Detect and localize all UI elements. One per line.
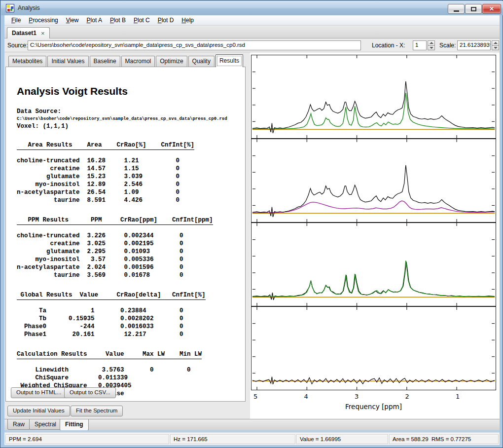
trace-residual — [252, 377, 495, 384]
output-html-button[interactable]: Output to HTML... — [11, 387, 67, 398]
location-spinner-down-icon[interactable] — [428, 46, 435, 51]
results-row: myo-inositol 3.57 0.005336 0 — [17, 256, 213, 263]
maximize-button[interactable] — [465, 4, 482, 14]
scale-spinner[interactable] — [492, 40, 499, 50]
results-section-header: Area Results Area CrRao[%] CnfInt[%] — [17, 141, 213, 150]
close-icon: ✕ — [483, 5, 501, 12]
results-row: glutamate 2.295 0.01093 0 — [17, 248, 213, 256]
results-row: taurine 3.569 0.01678 0 — [17, 271, 213, 279]
minimize-icon — [454, 10, 459, 12]
menu-help[interactable]: Help — [178, 16, 198, 25]
tab-results-label: Results — [219, 57, 239, 64]
dataset-tab-strip: Dataset1 × — [4, 26, 500, 38]
voxel-label: Voxel: (1,1,1) — [17, 122, 69, 130]
tab-spectral[interactable]: Spectral — [29, 419, 62, 430]
location-spinner-up-icon[interactable] — [428, 40, 435, 46]
status-value: Value = 1.66995 — [296, 434, 388, 444]
main-area: Metabolites Initial Values Baseline Macr… — [4, 52, 500, 419]
menu-plot-a[interactable]: Plot A — [83, 16, 106, 25]
menu-file[interactable]: File — [7, 16, 25, 25]
results-section-header: PPM Results PPM CrRao[ppm] CnfInt[ppm] — [17, 216, 213, 225]
location-x-label: Location - X: — [372, 42, 405, 49]
trace-fit — [252, 93, 495, 129]
x-tick-label: 1 — [456, 393, 460, 400]
location-x-spinner[interactable] — [428, 40, 435, 50]
results-section: PPM Results PPM CrRao[ppm] CnfInt[ppm]ch… — [17, 216, 213, 279]
status-ppm: PPM = 2.694 — [5, 434, 169, 444]
results-section: Global Results Value CrRao[delta] CnfInt… — [17, 291, 213, 338]
status-hz: Hz = 171.665 — [170, 434, 295, 444]
results-row: myo-inositol 12.89 2.546 0 — [17, 181, 213, 188]
results-section-header: Calculation Results Value Max LW Min LW — [17, 350, 213, 359]
tab-raw[interactable]: Raw — [7, 419, 30, 430]
spectrum-plot-raw-plus-baseline[interactable] — [251, 139, 496, 223]
page-title: Analysis Voigt Results — [17, 85, 128, 97]
results-row: n-acetylaspartate 2.024 0.001596 0 — [17, 263, 213, 271]
data-source-label: Data Source: — [17, 108, 61, 115]
spectrum-plot-raw-plus-fit[interactable] — [251, 55, 496, 139]
x-tick-label: 3 — [355, 393, 359, 400]
window-title: Analysis — [18, 4, 40, 11]
tab-dataset1[interactable]: Dataset1 × — [7, 27, 50, 38]
spectrum-plot-residual[interactable] — [251, 306, 496, 390]
results-row: creatine 14.57 1.15 0 — [17, 165, 213, 173]
results-section: Area Results Area CrRao[%] CnfInt[%]chol… — [17, 141, 213, 204]
tab-metabolites[interactable]: Metabolites — [8, 56, 46, 67]
tab-initial-values[interactable]: Initial Values — [47, 56, 88, 67]
tab-baseline[interactable]: Baseline — [90, 56, 120, 67]
tab-fitting[interactable]: Fitting — [60, 419, 89, 431]
source-bar: Source: C:\Users\bsoher\code\repository_… — [4, 38, 500, 52]
data-source-path: C:\Users\bsoher\code\repository_svn\samp… — [17, 116, 227, 122]
results-row: Ta 1 0.23884 0 — [17, 307, 213, 315]
trace-raw — [252, 165, 495, 217]
source-label: Source: — [7, 42, 28, 49]
scale-spinner-down-icon[interactable] — [492, 46, 499, 51]
trace-fitdata — [252, 261, 495, 300]
results-row: Phase1 20.161 12.217 0 — [17, 331, 213, 338]
title-bar[interactable]: Analysis ✕ — [1, 1, 503, 15]
results-row: taurine 8.591 4.426 0 — [17, 196, 213, 204]
spectrum-plot-data-minus-baseline-plus-fit[interactable] — [251, 223, 496, 306]
dataset-tab-close-icon[interactable]: × — [41, 30, 45, 37]
app-icon — [6, 4, 14, 12]
dataset-tab-label: Dataset1 — [12, 30, 36, 37]
menu-plot-d[interactable]: Plot D — [154, 16, 178, 25]
scale-field[interactable]: 21.61238939 — [457, 40, 491, 50]
results-row: choline-truncated 16.28 1.21 0 — [17, 157, 213, 165]
menu-view[interactable]: View — [62, 16, 83, 25]
window-frame: Analysis ✕ File Processing View Plot A P… — [0, 0, 503, 448]
x-tick-label: 4 — [304, 393, 308, 400]
trace-fit — [252, 261, 495, 297]
close-button[interactable]: ✕ — [482, 4, 501, 14]
scale-label: Scale: — [439, 42, 456, 49]
tab-optimize[interactable]: Optimize — [156, 56, 187, 67]
results-row: choline-truncated 3.226 0.002344 0 — [17, 232, 213, 240]
location-x-field[interactable]: 1 — [413, 40, 427, 50]
results-row: n-acetylaspartate 26.54 1.09 0 — [17, 188, 213, 196]
results-sections: Area Results Area CrRao[%] CnfInt[%]chol… — [17, 141, 213, 410]
tab-results[interactable]: Results — [216, 54, 243, 67]
view-tab-strip: Raw Spectral Fitting — [4, 419, 500, 430]
minimize-button[interactable] — [448, 4, 465, 14]
output-csv-button[interactable]: Output to CSV... — [64, 387, 116, 398]
menu-plot-c[interactable]: Plot C — [130, 16, 154, 25]
results-row: Linewidth 3.5763 0 0 — [17, 366, 213, 374]
menu-processing[interactable]: Processing — [25, 16, 62, 25]
x-tick-label: 2 — [405, 393, 409, 400]
results-row: glutamate 15.23 3.039 0 — [17, 173, 213, 181]
menu-plot-b[interactable]: Plot B — [106, 16, 130, 25]
results-row: creatine 3.025 0.002195 0 — [17, 240, 213, 248]
results-row: ChiSquare 0.011339 — [17, 374, 213, 382]
results-row: Tb 0.15935 0.0028202 0 — [17, 315, 213, 323]
results-section-header: Global Results Value CrRao[delta] CnfInt… — [17, 291, 213, 300]
results-page: Analysis Voigt Results Data Source: C:\U… — [5, 67, 246, 402]
source-path-field[interactable]: C:\Users\bsoher\code\repository_svn\samp… — [28, 40, 361, 50]
tab-macromol[interactable]: Macromol — [121, 56, 155, 67]
scale-spinner-up-icon[interactable] — [492, 40, 499, 46]
tab-quality[interactable]: Quality — [188, 56, 215, 67]
x-tick-label: 5 — [253, 393, 257, 400]
maximize-icon — [471, 7, 476, 11]
menu-bar: File Processing View Plot A Plot B Plot … — [4, 15, 500, 26]
trace-raw — [252, 81, 495, 133]
results-notebook-tabs: Metabolites Initial Values Baseline Macr… — [8, 55, 243, 67]
